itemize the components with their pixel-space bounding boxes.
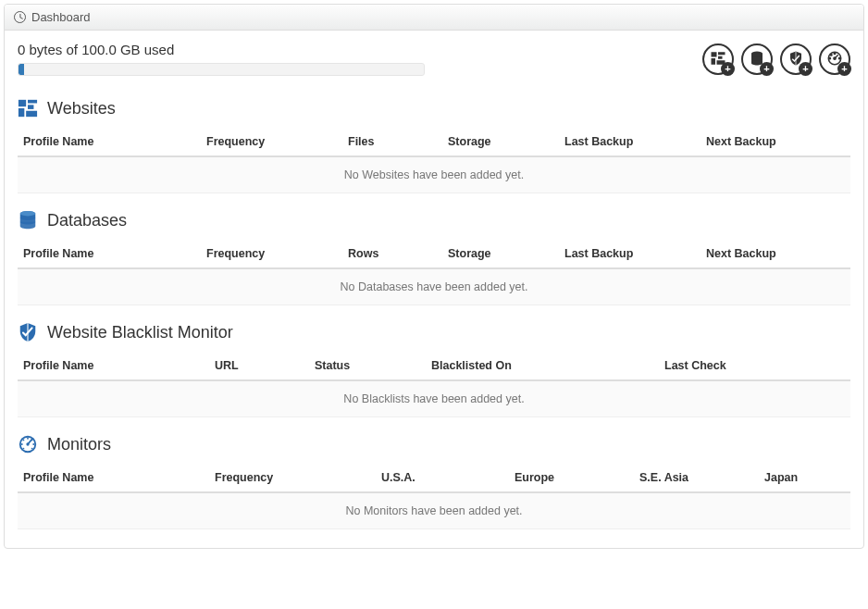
section-header-websites: Websites bbox=[18, 98, 850, 118]
panel-title: Dashboard bbox=[31, 10, 91, 24]
col-profile-name: Profile Name bbox=[18, 352, 209, 380]
svg-rect-1 bbox=[718, 52, 725, 55]
panel-header: Dashboard bbox=[5, 5, 863, 31]
col-profile-name: Profile Name bbox=[18, 128, 201, 156]
svg-rect-15 bbox=[19, 108, 24, 117]
col-japan: Japan bbox=[759, 464, 850, 492]
plus-icon: + bbox=[721, 62, 735, 76]
svg-rect-13 bbox=[28, 100, 37, 104]
svg-point-11 bbox=[831, 54, 833, 56]
section-monitors: Monitors Profile Name Frequency U.S.A. E… bbox=[18, 434, 850, 529]
col-frequency: Frequency bbox=[201, 240, 342, 268]
svg-rect-3 bbox=[712, 58, 716, 65]
table-empty-row: No Websites have been added yet. bbox=[18, 156, 850, 193]
svg-point-23 bbox=[27, 438, 29, 440]
databases-table: Profile Name Frequency Rows Storage Last… bbox=[18, 240, 850, 305]
col-storage: Storage bbox=[442, 128, 559, 156]
col-next-backup: Next Backup bbox=[701, 128, 850, 156]
col-storage: Storage bbox=[442, 240, 559, 268]
col-last-backup: Last Backup bbox=[559, 128, 701, 156]
col-files: Files bbox=[342, 128, 442, 156]
svg-point-29 bbox=[31, 448, 33, 450]
svg-rect-12 bbox=[19, 100, 26, 106]
empty-message: No Blacklists have been added yet. bbox=[18, 380, 850, 417]
svg-rect-0 bbox=[712, 52, 717, 56]
usage-block: 0 bytes of 100.0 GB used bbox=[18, 42, 684, 76]
plus-icon: + bbox=[837, 62, 851, 76]
svg-point-10 bbox=[839, 57, 841, 59]
section-header-databases: Databases bbox=[18, 210, 850, 230]
table-empty-row: No Blacklists have been added yet. bbox=[18, 380, 850, 417]
empty-message: No Databases have been added yet. bbox=[18, 268, 850, 305]
col-last-backup: Last Backup bbox=[559, 240, 701, 268]
svg-point-27 bbox=[31, 440, 33, 441]
action-icons: + + + + bbox=[702, 42, 850, 75]
section-title: Databases bbox=[47, 211, 127, 230]
svg-point-26 bbox=[23, 440, 25, 441]
usage-progress-bar bbox=[19, 64, 24, 75]
section-header-monitors: Monitors bbox=[18, 434, 850, 454]
add-monitor-button[interactable]: + bbox=[819, 44, 850, 75]
col-seasia: S.E. Asia bbox=[634, 464, 759, 492]
table-empty-row: No Databases have been added yet. bbox=[18, 268, 850, 305]
col-next-backup: Next Backup bbox=[701, 240, 850, 268]
svg-rect-2 bbox=[718, 56, 723, 58]
usage-progress bbox=[18, 63, 425, 76]
shield-icon bbox=[18, 322, 38, 342]
col-usa: U.S.A. bbox=[376, 464, 509, 492]
section-blacklist: Website Blacklist Monitor Profile Name U… bbox=[18, 322, 850, 417]
svg-rect-14 bbox=[28, 105, 33, 109]
section-title: Monitors bbox=[47, 435, 111, 454]
dashboard-panel: Dashboard 0 bytes of 100.0 GB used + bbox=[4, 4, 864, 549]
database-icon bbox=[18, 210, 38, 230]
plus-icon: + bbox=[760, 62, 774, 76]
table-empty-row: No Monitors have been added yet. bbox=[18, 492, 850, 529]
svg-rect-16 bbox=[26, 111, 37, 117]
gauge-icon bbox=[18, 434, 38, 454]
svg-point-18 bbox=[20, 211, 36, 217]
section-header-blacklist: Website Blacklist Monitor bbox=[18, 322, 850, 342]
svg-point-22 bbox=[26, 442, 29, 445]
svg-point-24 bbox=[21, 443, 23, 445]
panel-body: 0 bytes of 100.0 GB used + + bbox=[5, 31, 863, 548]
svg-point-8 bbox=[834, 53, 836, 55]
empty-message: No Websites have been added yet. bbox=[18, 156, 850, 193]
svg-point-7 bbox=[834, 56, 836, 58]
col-blacklisted-on: Blacklisted On bbox=[426, 352, 659, 380]
add-blacklist-button[interactable]: + bbox=[780, 44, 812, 75]
websites-table: Profile Name Frequency Files Storage Las… bbox=[18, 128, 850, 193]
svg-point-28 bbox=[23, 448, 25, 450]
websites-icon bbox=[18, 98, 38, 118]
usage-row: 0 bytes of 100.0 GB used + + bbox=[18, 42, 850, 76]
col-frequency: Frequency bbox=[209, 464, 376, 492]
col-last-check: Last Check bbox=[659, 352, 850, 380]
col-url: URL bbox=[209, 352, 309, 380]
clock-icon bbox=[14, 11, 26, 23]
add-website-button[interactable]: + bbox=[702, 44, 734, 75]
svg-point-25 bbox=[32, 443, 34, 445]
col-profile-name: Profile Name bbox=[18, 240, 201, 268]
section-title: Websites bbox=[47, 99, 116, 118]
svg-point-9 bbox=[829, 57, 831, 59]
usage-text: 0 bytes of 100.0 GB used bbox=[18, 42, 684, 57]
col-rows: Rows bbox=[342, 240, 442, 268]
col-status: Status bbox=[309, 352, 426, 380]
monitors-table: Profile Name Frequency U.S.A. Europe S.E… bbox=[18, 464, 850, 529]
empty-message: No Monitors have been added yet. bbox=[18, 492, 850, 529]
col-profile-name: Profile Name bbox=[18, 464, 209, 492]
add-database-button[interactable]: + bbox=[741, 44, 773, 75]
section-databases: Databases Profile Name Frequency Rows St… bbox=[18, 210, 850, 305]
col-frequency: Frequency bbox=[201, 128, 342, 156]
section-websites: Websites Profile Name Frequency Files St… bbox=[18, 98, 850, 193]
col-europe: Europe bbox=[509, 464, 634, 492]
section-title: Website Blacklist Monitor bbox=[47, 323, 233, 342]
blacklist-table: Profile Name URL Status Blacklisted On L… bbox=[18, 352, 850, 417]
plus-icon: + bbox=[799, 62, 812, 76]
